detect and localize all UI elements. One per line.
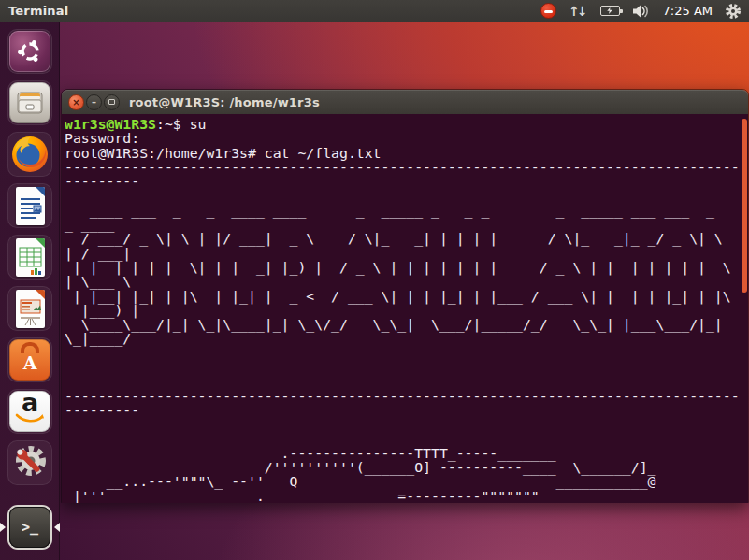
ubuntu-logo-icon (9, 31, 50, 72)
bag-handle (21, 342, 39, 353)
software-letter: A (23, 352, 37, 373)
terminal-line: | \___ \ (65, 274, 748, 288)
sidebar-item-firefox[interactable] (7, 132, 52, 177)
terminal-line: --------- (65, 174, 748, 188)
battery-charging-icon[interactable] (600, 6, 620, 16)
terminal-line: /''''''''''(______O] ----------____ \___… (65, 460, 748, 474)
desktop: { "top_bar": { "app_name": "Terminal", "… (0, 0, 749, 560)
active-app-name: Terminal (8, 4, 68, 18)
terminal-line: | | | | | | \| | | _| |_) | / _ \ | | | … (65, 260, 748, 274)
focused-indicator-arrow (54, 523, 60, 532)
terminal-line: ----------------------------------------… (65, 389, 748, 403)
maximize-button[interactable] (104, 94, 120, 110)
terminal-line: |___) | (65, 303, 748, 317)
terminal-line: | / ___| (65, 246, 748, 260)
amazon-letter: a (22, 393, 38, 413)
lightning-bolt-icon (607, 7, 613, 14)
volume-icon[interactable] (632, 4, 651, 19)
terminal-line: / ___/ _ \| \ | |/ ___| _ \ / \|_ _| | |… (65, 231, 748, 245)
terminal-line (65, 360, 748, 374)
firefox-icon (10, 135, 50, 174)
sidebar-item-libreoffice-calc[interactable] (7, 235, 52, 280)
do-not-disturb-icon[interactable] (540, 3, 556, 19)
sidebar-item-terminal[interactable]: >_ (7, 505, 52, 550)
terminal-line (65, 346, 748, 360)
session-gear-icon[interactable] (725, 3, 742, 20)
terminal-window: × – root@W1R3S: /home/w1r3s w1r3s@W1R3S:… (61, 89, 749, 503)
running-indicator-arrow (0, 523, 6, 532)
unity-launcher: A a >_ (0, 22, 60, 560)
terminal-line (65, 188, 748, 202)
sidebar-item-libreoffice-writer[interactable] (7, 183, 52, 228)
terminal-line: root@W1R3S:/home/w1r3s# cat ~/flag.txt (65, 146, 748, 160)
sidebar-item-amazon[interactable]: a (7, 389, 52, 434)
terminal-prompt-glyph: >_ (22, 519, 38, 536)
window-title: root@W1R3S: /home/w1r3s (129, 95, 320, 109)
sidebar-item-ubuntu-software[interactable]: A (7, 337, 52, 382)
network-arrows-icon[interactable]: ↑↓ (569, 5, 587, 18)
libreoffice-writer-icon (16, 187, 45, 225)
files-icon (9, 82, 50, 123)
amazon-smile-icon (15, 413, 45, 424)
libreoffice-impress-icon (16, 290, 45, 328)
terminal-line (65, 417, 748, 431)
terminal-line: Password: (65, 131, 748, 145)
libreoffice-calc-icon (16, 238, 45, 277)
terminal-line: |''' ._ ____________=---------""""""" (65, 489, 748, 503)
ubuntu-software-icon: A (9, 339, 50, 381)
terminal-line: ----------------------------------------… (65, 160, 748, 174)
terminal-output-area[interactable]: w1r3s@W1R3S:~$ suPassword:root@W1R3S:/ho… (62, 114, 748, 503)
clock[interactable]: 7:25 AM (663, 4, 713, 18)
system-tray: ↑↓ 7:25 AM (540, 3, 749, 20)
terminal-line: --------- (65, 403, 748, 417)
terminal-lines: w1r3s@W1R3S:~$ suPassword:root@W1R3S:/ho… (65, 117, 748, 503)
system-settings-icon (10, 443, 50, 482)
terminal-line: _ ____ (65, 217, 748, 231)
top-panel: Terminal ↑↓ 7:25 AM (0, 0, 749, 22)
window-titlebar[interactable]: × – root@W1R3S: /home/w1r3s (62, 90, 748, 114)
close-button[interactable]: × (68, 94, 84, 110)
terminal-icon: >_ (9, 507, 50, 548)
terminal-line (65, 432, 748, 446)
terminal-line (65, 374, 748, 388)
terminal-line: w1r3s@W1R3S:~$ su (65, 117, 748, 131)
sidebar-item-system-settings[interactable] (7, 440, 52, 485)
terminal-line: .---------------TTTT_-----_______ (65, 446, 748, 460)
sidebar-item-libreoffice-impress[interactable] (7, 286, 52, 331)
terminal-line: \____\___/|_| \_|\____|_| \_\/_/ \_\_| \… (65, 317, 748, 331)
sidebar-item-ubuntu-dash[interactable] (7, 29, 52, 74)
minimize-button[interactable]: – (86, 94, 102, 110)
scrollbar-thumb[interactable] (742, 119, 747, 293)
terminal-line: \_|____/ (65, 331, 748, 345)
amazon-icon: a (9, 391, 50, 432)
sidebar-item-files[interactable] (7, 80, 52, 125)
terminal-line: ____ ___ _ _ ____ ____ _ _____ _ _ _ _ _… (65, 203, 748, 217)
terminal-line: __...---'"""\_ --'' Q ___________@ (65, 474, 748, 488)
terminal-line: | |__| |_| | |\ | |_| | _ < / ___ \| | |… (65, 289, 748, 303)
